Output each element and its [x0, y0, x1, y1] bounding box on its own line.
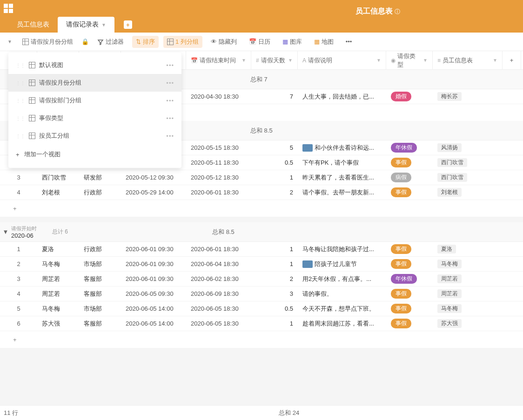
cell-days: 1: [251, 320, 298, 327]
cell-desc: 人生大事，回去结婚，已...: [298, 93, 386, 101]
cell-type: 事假: [386, 187, 433, 197]
more-button[interactable]: •••: [342, 36, 356, 47]
table-row[interactable]: 4 刘老根 行政部 2020-05-29 14:00 2020-06-01 18…: [0, 185, 523, 200]
table-row[interactable]: 3 周芷若 客服部 2020-06-01 09:30 2020-06-02 18…: [0, 272, 523, 287]
cell-name: 马冬梅: [37, 305, 79, 313]
hide-columns-button[interactable]: 👁 隐藏列: [207, 36, 241, 48]
cell-desc: 和小伙伴去看诗和远...: [298, 144, 386, 152]
col-days[interactable]: #请假天数▼: [251, 51, 298, 69]
item-more-button[interactable]: •••: [166, 133, 174, 140]
cell-type: 事假: [386, 244, 433, 254]
map-view-button[interactable]: ▦ 地图: [310, 36, 337, 48]
view-selector[interactable]: 请假按月份分组: [19, 36, 77, 48]
cell-start: 2020-05-29 14:00: [121, 189, 186, 196]
sort-icon: ⇅: [136, 38, 141, 45]
table-row[interactable]: 1 夏洛 行政部 2020-06-01 09:30 2020-06-01 18:…: [0, 242, 523, 257]
drag-handle-icon: ⋮⋮: [16, 133, 25, 139]
table-row[interactable]: 4 周芷若 客服部 2020-06-05 09:30 2020-06-09 18…: [0, 287, 523, 301]
app-launcher-icon[interactable]: [4, 4, 13, 13]
number-icon: #: [256, 57, 259, 64]
drag-handle-icon: ⋮⋮: [16, 116, 25, 121]
col-type[interactable]: ◉请假类型▼: [386, 51, 433, 69]
add-row-button[interactable]: +: [0, 331, 523, 348]
thumbnail-icon: [302, 144, 313, 152]
cell-start: 2020-06-01 09:30: [121, 275, 186, 282]
cell-end: 2020-06-05 18:30: [186, 320, 251, 327]
cell-number: 3: [0, 275, 37, 282]
select-icon: ◉: [391, 57, 396, 64]
table-row[interactable]: 3 西门吹雪 研发部 2020-05-12 09:30 2020-05-12 1…: [0, 170, 523, 185]
item-more-button[interactable]: •••: [166, 115, 174, 122]
tab-employee-info[interactable]: 员工信息表: [8, 17, 58, 33]
cell-days: 0.5: [251, 159, 298, 166]
view-item-personal-type[interactable]: ⋮⋮ 事假类型 •••: [8, 109, 181, 127]
cell-days: 2: [251, 275, 298, 282]
cell-type: 事假: [386, 158, 433, 167]
cell-name: 周芷若: [37, 290, 79, 298]
add-tab-button[interactable]: +: [124, 20, 132, 29]
cell-days: 7: [251, 93, 298, 100]
cell-desc: 下午有PK，请个事假: [298, 159, 386, 167]
cell-end: 2020-06-02 18:30: [186, 275, 251, 282]
item-more-button[interactable]: •••: [166, 80, 174, 87]
collapse-icon[interactable]: ▼: [0, 228, 11, 235]
item-more-button[interactable]: •••: [166, 97, 174, 104]
calendar-view-button[interactable]: 📅 日历: [245, 36, 274, 48]
plus-icon: +: [16, 151, 20, 158]
view-item-default[interactable]: ⋮⋮ 默认视图 •••: [8, 56, 181, 74]
cell-end: 2020-06-01 18:30: [186, 246, 251, 253]
cell-desc: 用2天年休假，有点事。...: [298, 275, 386, 283]
cell-desc: 请的事假。: [298, 290, 386, 298]
cell-link: 苏大强: [433, 319, 503, 328]
grid-icon: [29, 97, 35, 104]
cell-link: 周芷若: [433, 289, 503, 298]
cell-start: 2020-06-01 09:30: [121, 246, 186, 253]
cell-days: 1: [251, 174, 298, 181]
tab-leave-records[interactable]: 请假记录表▼: [58, 17, 114, 33]
cell-name: 刘老根: [37, 188, 79, 197]
table-row[interactable]: 6 苏大强 客服部 2020-06-05 14:00 2020-06-05 18…: [0, 316, 523, 331]
sort-button[interactable]: ⇅ 排序: [132, 36, 159, 48]
table-row[interactable]: 2 马冬梅 市场部 2020-06-01 09:30 2020-06-04 18…: [0, 257, 523, 272]
cell-name: 周芷若: [37, 275, 79, 283]
cell-link: 刘老根: [433, 188, 503, 197]
cell-end: 2020-05-11 18:30: [186, 159, 251, 166]
group-header[interactable]: ▼ 请假开始时2020-06 总计 6 总和 8.5: [0, 222, 523, 242]
status-bar: 11 行 总和 24: [0, 405, 523, 420]
cell-days: 3: [251, 290, 298, 297]
cell-desc: 马冬梅让我陪她和孩子过...: [298, 245, 386, 253]
cell-desc: 陪孩子过儿童节: [298, 260, 386, 268]
add-column-button[interactable]: +: [503, 51, 521, 69]
drag-handle-icon: ⋮⋮: [16, 98, 25, 103]
cell-type: 事假: [386, 259, 433, 269]
col-end[interactable]: 📅请假结束时间▼: [186, 51, 251, 69]
filter-button[interactable]: 过滤器: [94, 36, 127, 48]
cell-start: 2020-06-05 14:00: [121, 305, 186, 312]
cell-name: 西门吹雪: [37, 173, 79, 182]
cell-end: 2020-06-09 18:30: [186, 290, 251, 297]
gallery-view-button[interactable]: ▦ 图库: [279, 36, 306, 48]
chevron-down-icon[interactable]: ▼: [7, 39, 12, 44]
cell-number: 6: [0, 320, 37, 327]
col-link[interactable]: ≡员工信息表▼: [433, 51, 503, 69]
add-row-button[interactable]: +: [0, 200, 523, 217]
cell-type: 年休假: [386, 143, 433, 153]
cell-dept: 市场部: [79, 305, 121, 313]
col-desc[interactable]: A请假说明▼: [298, 51, 386, 69]
map-icon: ▦: [314, 38, 320, 45]
cell-start: 2020-06-05 14:00: [121, 320, 186, 327]
view-item-by-month[interactable]: ⋮⋮ 请假按月份分组 •••: [8, 74, 181, 92]
cell-dept: 研发部: [79, 173, 121, 182]
table-row[interactable]: 5 马冬梅 市场部 2020-06-05 14:00 2020-06-05 18…: [0, 301, 523, 316]
add-view-button[interactable]: + 增加一个视图: [8, 145, 181, 164]
cell-type: 病假: [386, 173, 433, 182]
cell-days: 5: [251, 144, 298, 151]
view-item-by-employee[interactable]: ⋮⋮ 按员工分组 •••: [8, 127, 181, 145]
group-button[interactable]: 1 列分组: [163, 36, 202, 48]
toolbar: ▼ 请假按月份分组 🔒 过滤器 ⇅ 排序 1 列分组 👁 隐藏列 📅 日历 ▦ …: [0, 33, 523, 51]
view-item-by-dept[interactable]: ⋮⋮ 请假按部门分组 •••: [8, 92, 181, 109]
item-more-button[interactable]: •••: [166, 62, 174, 69]
cell-link: 周芷若: [433, 274, 503, 283]
cell-dept: 客服部: [79, 290, 121, 298]
cell-dept: 客服部: [79, 320, 121, 328]
